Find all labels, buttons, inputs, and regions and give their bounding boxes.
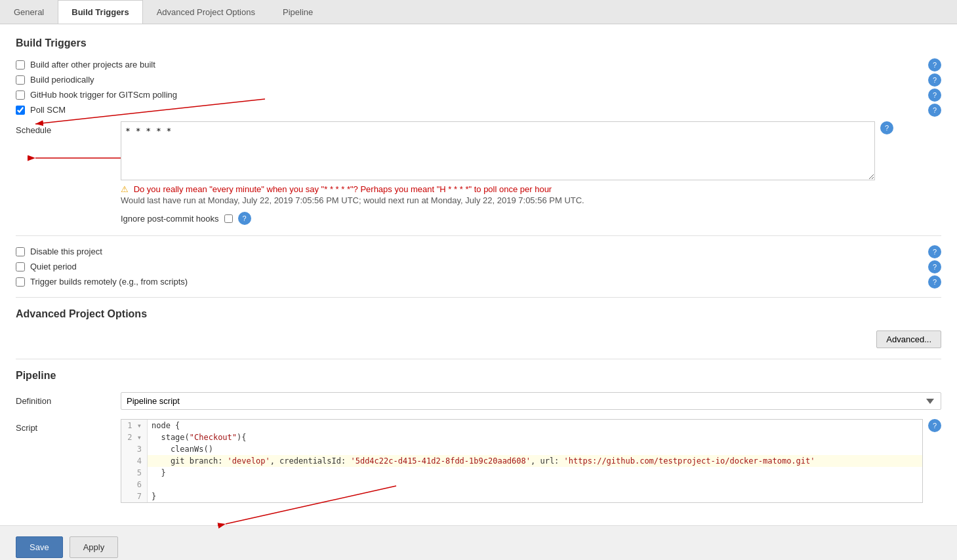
line-num-3: 3 [121,443,148,455]
script-line-1: 1 ▾ node { [121,420,922,431]
line-num-6: 6 [121,479,148,490]
label-ignore-hooks: Ignore post-commit hooks [121,214,219,224]
schedule-label: Schedule [16,121,121,135]
checkbox-disable[interactable] [16,247,25,256]
script-label: Script [16,419,121,433]
trigger-row-github-hook: GitHub hook trigger for GITScm polling ? [16,90,941,100]
help-icon-remote[interactable]: ? [928,275,941,289]
checkbox-github-hook[interactable] [16,90,25,100]
schedule-textarea[interactable]: * * * * * [121,121,875,180]
warning-icon: ⚠ [121,184,129,194]
help-icon-ignore-hooks[interactable]: ? [238,212,251,225]
script-line-2: 2 ▾ stage("Checkout"){ [121,431,922,443]
warning-line: ⚠ Do you really mean "every minute" when… [121,184,941,194]
label-remote: Trigger builds remotely (e.g., from scri… [30,277,188,287]
build-triggers-title: Build Triggers [16,37,941,49]
line-num-1: 1 ▾ [121,420,148,431]
line-num-2: 2 ▾ [121,431,148,443]
help-icon-github-hook[interactable]: ? [928,89,941,102]
definition-row: Definition Pipeline script [16,392,941,410]
help-icon-build-after[interactable]: ? [928,58,941,71]
warning-sub: Would last have run at Monday, July 22, … [121,195,941,205]
trigger-row-disable: Disable this project ? [16,247,941,256]
definition-select[interactable]: Pipeline script [121,392,941,410]
checkbox-quiet[interactable] [16,262,25,271]
advanced-btn-row: Advanced... [16,330,941,348]
tab-pipeline[interactable]: Pipeline [269,0,327,24]
label-github-hook: GitHub hook trigger for GITScm polling [30,90,177,100]
script-line-7: 7 } [121,490,922,502]
trigger-row-poll-scm: Poll SCM ? [16,105,941,115]
pipeline-title: Pipeline [16,370,941,382]
separator-1 [16,235,941,236]
help-icon-disable[interactable]: ? [928,245,941,258]
footer-buttons: Save Apply [0,525,957,560]
advanced-button[interactable]: Advanced... [876,330,941,348]
help-icon-poll-scm[interactable]: ? [928,104,941,117]
trigger-row-build-after: Build after other projects are built ? [16,60,941,70]
script-line-5: 5 } [121,467,922,479]
warning-text: Do you really mean "every minute" when y… [134,184,552,194]
label-build-after: Build after other projects are built [30,60,155,70]
line-code-4: git branch: 'develop', credentialsId: '5… [148,455,819,467]
content-area: Build Triggers Build after other project… [0,24,957,525]
line-num-7: 7 [121,490,148,502]
line-code-7: } [148,490,160,502]
label-quiet: Quiet period [30,262,77,271]
line-num-5: 5 [121,467,148,479]
save-button[interactable]: Save [16,536,63,558]
help-icon-quiet[interactable]: ? [928,260,941,273]
checkbox-poll-scm[interactable] [16,106,25,115]
label-poll-scm: Poll SCM [30,105,66,115]
schedule-row: Schedule * * * * * ? [16,121,941,180]
checkbox-build-periodically[interactable] [16,75,25,85]
script-line-3: 3 cleanWs() [121,443,922,455]
script-editor[interactable]: 1 ▾ node { 2 ▾ stage("Checkout"){ 3 clea… [121,419,923,503]
tabs-bar: General Build Triggers Advanced Project … [0,0,957,24]
advanced-project-options-title: Advanced Project Options [16,308,941,320]
ignore-row: Ignore post-commit hooks ? [121,212,941,225]
help-icon-schedule[interactable]: ? [880,121,893,134]
help-icon-build-periodically[interactable]: ? [928,73,941,87]
checkbox-ignore-hooks[interactable] [224,214,233,223]
line-code-6 [148,479,155,490]
trigger-row-build-periodically: Build periodically ? [16,75,941,85]
warning-block: ⚠ Do you really mean "every minute" when… [121,184,941,205]
line-code-3: cleanWs() [148,443,217,455]
line-code-2: stage("Checkout"){ [148,431,251,443]
label-disable: Disable this project [30,247,102,256]
line-code-5: } [148,467,170,479]
separator-2 [16,297,941,298]
script-row: Script 1 ▾ node { 2 ▾ stage("Checkout"){… [16,419,941,503]
line-num-4: 4 [121,455,148,467]
label-build-periodically: Build periodically [30,75,94,85]
checkbox-remote[interactable] [16,277,25,287]
trigger-row-quiet: Quiet period ? [16,262,941,271]
trigger-row-remote: Trigger builds remotely (e.g., from scri… [16,277,941,287]
tab-build-triggers[interactable]: Build Triggers [58,0,142,24]
tab-general[interactable]: General [0,0,58,24]
help-icon-script[interactable]: ? [928,419,941,432]
script-line-4: 4 git branch: 'develop', credentialsId: … [121,455,922,467]
checkbox-build-after[interactable] [16,60,25,70]
apply-button[interactable]: Apply [70,536,119,558]
line-code-1: node { [148,420,184,431]
separator-3 [16,359,941,359]
tab-advanced-project-options[interactable]: Advanced Project Options [143,0,269,24]
definition-label: Definition [16,396,121,406]
script-line-6: 6 [121,479,922,490]
